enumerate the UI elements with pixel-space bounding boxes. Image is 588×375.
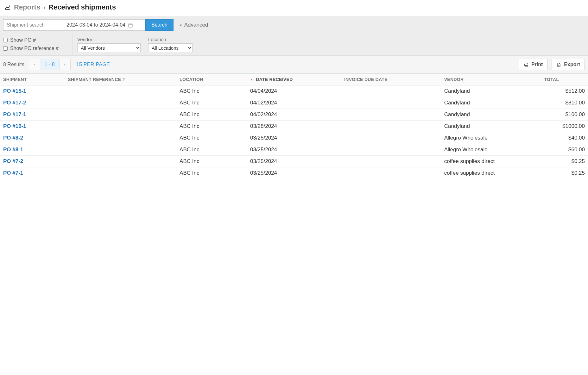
cell-location: ABC Inc [176,97,247,109]
cell-reference [65,156,176,167]
cell-date-received: 04/04/2024 [247,85,341,97]
date-range-value: 2024-03-04 to 2024-04-04 [66,22,125,28]
cell-shipment: PO #16-1 [0,121,65,132]
breadcrumb-parent[interactable]: Reports [14,3,40,11]
svg-rect-0 [129,24,132,27]
cell-reference [65,167,176,179]
date-range-picker[interactable]: 2024-03-04 to 2024-04-04 [63,19,146,31]
th-vendor[interactable]: VENDOR [441,74,541,85]
table-row: PO #8-1ABC Inc03/25/2024Allegro Wholesal… [0,144,588,156]
pager-next-button[interactable] [60,59,70,70]
cell-shipment: PO #7-1 [0,167,65,179]
cell-total: $810.00 [541,97,588,109]
cell-location: ABC Inc [176,167,247,179]
cell-reference [65,85,176,97]
show-po-ref-checkbox-input[interactable] [3,46,8,51]
cell-total: $100.00 [541,109,588,121]
table-row: PO #17-2ABC Inc04/02/2024Candyland$810.0… [0,97,588,109]
chevron-right-icon: › [43,4,45,11]
cell-total: $40.00 [541,132,588,144]
table-row: PO #7-2ABC Inc03/25/2024coffee supplies … [0,156,588,167]
cell-vendor: coffee supplies direct [441,167,541,179]
vendor-label: Vendor [77,37,141,42]
cell-invoice-due [341,85,441,97]
cell-vendor: coffee supplies direct [441,156,541,167]
filter-bar: 2024-03-04 to 2024-04-04 Search Advanced [0,16,588,34]
cell-date-received: 03/28/2024 [247,121,341,132]
results-toolbar: 8 Results 1 - 8 15 PER PAGE Print Export [0,56,588,74]
subfilter-dropdowns: Vendor All Vendors Location All Location… [73,34,197,55]
shipment-link[interactable]: PO #17-2 [3,100,26,106]
subfilter-bar: Show PO # Show PO reference # Vendor All… [0,34,588,56]
caret-right-icon [63,63,66,66]
per-page-toggle[interactable]: 15 PER PAGE [76,62,110,67]
shipment-link[interactable]: PO #17-1 [3,111,26,117]
results-count: 8 Results [3,62,24,67]
cell-reference [65,144,176,156]
cell-date-received: 03/25/2024 [247,132,341,144]
cell-vendor: Candyland [441,121,541,132]
shipments-table: SHIPMENT SHIPMENT REFERENCE # LOCATION D… [0,74,588,179]
cell-shipment: PO #17-1 [0,109,65,121]
cell-total: $0.25 [541,167,588,179]
th-date-received-label: DATE RECEIVED [256,77,293,82]
sort-asc-icon [250,77,255,82]
show-po-checkbox[interactable]: Show PO # [3,37,68,43]
breadcrumb-current: Received shipments [48,3,116,11]
export-icon [556,62,561,67]
cell-location: ABC Inc [176,156,247,167]
subfilter-checkboxes: Show PO # Show PO reference # [0,34,73,55]
pager-range[interactable]: 1 - 8 [40,59,60,70]
cell-date-received: 03/25/2024 [247,156,341,167]
shipment-link[interactable]: PO #7-1 [3,170,23,176]
chevron-down-icon [179,22,183,28]
shipment-link[interactable]: PO #15-1 [3,88,26,94]
search-button[interactable]: Search [145,19,174,31]
table-row: PO #16-1ABC Inc03/28/2024Candyland$1000.… [0,121,588,132]
th-location[interactable]: LOCATION [176,74,247,85]
cell-invoice-due [341,156,441,167]
show-po-ref-checkbox[interactable]: Show PO reference # [3,46,68,51]
print-label: Print [531,62,543,67]
cell-invoice-due [341,97,441,109]
shipment-link[interactable]: PO #7-2 [3,158,23,164]
th-shipment[interactable]: SHIPMENT [0,74,65,85]
cell-location: ABC Inc [176,85,247,97]
cell-date-received: 03/25/2024 [247,144,341,156]
cell-shipment: PO #15-1 [0,85,65,97]
cell-shipment: PO #17-2 [0,97,65,109]
caret-left-icon [33,63,36,66]
print-icon [524,62,529,67]
advanced-toggle[interactable]: Advanced [179,22,208,28]
shipment-link[interactable]: PO #8-1 [3,147,23,153]
cell-shipment: PO #8-1 [0,144,65,156]
export-button[interactable]: Export [552,59,585,70]
cell-total: $1000.00 [541,121,588,132]
cell-reference [65,97,176,109]
cell-date-received: 03/25/2024 [247,167,341,179]
table-header-row: SHIPMENT SHIPMENT REFERENCE # LOCATION D… [0,74,588,85]
table-row: PO #15-1ABC Inc04/04/2024Candyland$512.0… [0,85,588,97]
shipment-link[interactable]: PO #8-2 [3,135,23,141]
th-total[interactable]: TOTAL [541,74,588,85]
print-button[interactable]: Print [519,59,547,70]
vendor-select[interactable]: All Vendors [77,43,141,52]
show-po-label: Show PO # [10,37,36,43]
cell-total: $0.25 [541,156,588,167]
th-invoice-due[interactable]: INVOICE DUE DATE [341,74,441,85]
cell-location: ABC Inc [176,144,247,156]
th-date-received[interactable]: DATE RECEIVED [247,74,341,85]
cell-invoice-due [341,144,441,156]
cell-shipment: PO #8-2 [0,132,65,144]
table-row: PO #17-1ABC Inc04/02/2024Candyland$100.0… [0,109,588,121]
cell-vendor: Candyland [441,109,541,121]
shipment-search-input[interactable] [3,19,63,31]
th-reference[interactable]: SHIPMENT REFERENCE # [65,74,176,85]
pager-prev-button[interactable] [29,59,40,70]
show-po-checkbox-input[interactable] [3,38,8,42]
location-select[interactable]: All Locations [148,43,193,52]
cell-location: ABC Inc [176,121,247,132]
cell-shipment: PO #7-2 [0,156,65,167]
cell-vendor: Candyland [441,97,541,109]
shipment-link[interactable]: PO #16-1 [3,123,26,129]
